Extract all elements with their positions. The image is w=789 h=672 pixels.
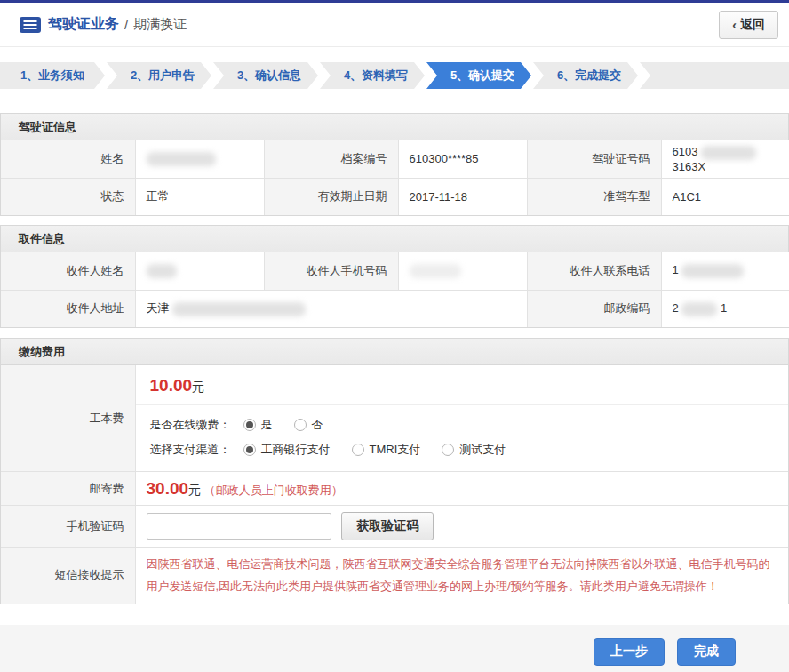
sms-code-input[interactable]	[147, 513, 331, 540]
step-4-fill-data[interactable]: 4、资料填写	[320, 62, 425, 89]
recipient-address-label: 收件人地址	[1, 290, 135, 327]
production-fee-unit: 元	[192, 380, 204, 394]
license-no-label: 驾驶证号码	[527, 140, 661, 178]
page-header: 驾驶证业务 / 期满换证 ‹ 返回	[0, 3, 789, 47]
breadcrumb-divider: /	[124, 17, 128, 32]
fees-section: 缴纳费用 工本费 10.00元 是否在线缴费： 是	[0, 338, 789, 604]
file-no-label: 档案编号	[264, 140, 398, 178]
online-payment-question: 是否在线缴费：	[150, 417, 231, 433]
recipient-name-value	[135, 252, 264, 290]
status-value: 正常	[135, 178, 264, 215]
previous-step-button[interactable]: 上一步	[594, 638, 665, 666]
name-value	[135, 140, 264, 178]
radio-checked-icon[interactable]	[243, 419, 256, 431]
recipient-name-label: 收件人姓名	[1, 252, 135, 290]
license-info-section: 驾驶证信息 姓名 档案编号 610300****85 驾驶证号码 6103 31…	[0, 113, 789, 216]
masked-recipient-address	[172, 302, 306, 316]
sms-notice-cell: 因陕西省联通、电信运营商技术问题，陕西省互联网交通安全综合服务管理平台无法向持陕…	[135, 548, 788, 604]
table-row: 状态 正常 有效期止日期 2017-11-18 准驾车型 A1C1	[1, 178, 789, 215]
finish-button[interactable]: 完成	[677, 638, 736, 666]
fees-section-title: 缴纳费用	[1, 339, 788, 365]
step-1-notice[interactable]: 1、业务须知	[0, 62, 105, 89]
online-payment-option-no[interactable]: 否	[294, 417, 323, 433]
step-3-confirm-info[interactable]: 3、确认信息	[213, 62, 318, 89]
get-code-button[interactable]: 获取验证码	[341, 512, 434, 540]
name-label: 姓名	[1, 140, 135, 178]
payment-channel-option-icbc[interactable]: 工商银行支付	[243, 442, 331, 458]
chevron-left-icon: ‹	[732, 18, 737, 32]
recipient-phone-prefix: 1	[673, 263, 679, 276]
license-no-value: 6103 3163X	[661, 140, 789, 178]
recipient-address-value: 天津	[135, 290, 527, 327]
production-fee-amount: 10.00	[150, 376, 193, 395]
breadcrumb-subtitle: 期满换证	[133, 16, 187, 33]
online-payment-option-yes[interactable]: 是	[243, 417, 273, 433]
option-label: 工商银行支付	[261, 442, 331, 458]
license-info-table: 姓名 档案编号 610300****85 驾驶证号码 6103 3163X 状态…	[1, 140, 789, 215]
postal-code-label: 邮政编码	[527, 290, 661, 327]
recipient-address-prefix: 天津	[147, 301, 170, 315]
masked-name	[147, 152, 216, 166]
expiry-label: 有效期止日期	[264, 178, 398, 215]
production-fee-cell: 10.00元 是否在线缴费： 是 否	[135, 365, 788, 472]
postage-fee-cell: 30.00元 （邮政人员上门收取费用）	[135, 472, 788, 506]
masked-postal-code	[681, 302, 717, 316]
postal-code-suffix: 1	[721, 301, 727, 315]
table-row: 姓名 档案编号 610300****85 驾驶证号码 6103 3163X	[1, 140, 789, 178]
pickup-info-table: 收件人姓名 收件人手机号码 收件人联系电话 1 收件人地址 天津 邮政编码 2 …	[1, 252, 789, 327]
postage-fee-label: 邮寄费	[1, 472, 135, 506]
steps-filler	[640, 62, 789, 89]
recipient-mobile-value	[398, 252, 527, 290]
postage-fee-unit: 元	[188, 483, 201, 497]
postal-code-prefix: 2	[673, 301, 679, 315]
option-label: 否	[312, 417, 323, 433]
vehicle-class-label: 准驾车型	[527, 178, 661, 215]
license-no-prefix: 6103	[673, 145, 698, 158]
option-label: 是	[261, 417, 273, 433]
payment-channel-row: 选择支付渠道： 工商银行支付 TMRI支付 测试支付	[150, 437, 789, 462]
step-5-confirm-submit[interactable]: 5、确认提交	[426, 62, 531, 89]
footer-bar: 上一步 完成	[0, 625, 789, 672]
payment-channel-option-test[interactable]: 测试支付	[442, 442, 506, 458]
online-payment-row: 是否在线缴费： 是 否	[150, 412, 789, 437]
option-label: 测试支付	[459, 442, 506, 458]
table-row: 邮寄费 30.00元 （邮政人员上门收取费用）	[1, 472, 788, 506]
list-icon	[20, 17, 41, 33]
postage-fee-amount: 30.00	[147, 479, 189, 498]
table-row: 手机验证码 获取验证码	[1, 506, 788, 548]
postage-fee-note: （邮政人员上门收取费用）	[204, 484, 343, 497]
payment-channel-option-tmri[interactable]: TMRI支付	[352, 442, 421, 458]
recipient-phone-value: 1	[661, 252, 789, 290]
payment-channel-question: 选择支付渠道：	[150, 442, 231, 458]
radio-checked-icon[interactable]	[243, 444, 256, 456]
option-label: TMRI支付	[370, 442, 421, 458]
status-label: 状态	[1, 178, 135, 215]
back-button-label: 返回	[740, 17, 765, 33]
masked-license-no	[701, 146, 756, 160]
sms-notice-label: 短信接收提示	[1, 548, 135, 604]
radio-unchecked-icon[interactable]	[442, 444, 454, 456]
recipient-mobile-label: 收件人手机号码	[264, 252, 398, 290]
fees-table: 工本费 10.00元 是否在线缴费： 是 否	[1, 365, 788, 604]
table-row: 收件人姓名 收件人手机号码 收件人联系电话 1	[1, 252, 789, 290]
back-button[interactable]: ‹ 返回	[719, 11, 778, 39]
pickup-section-title: 取件信息	[1, 226, 788, 252]
table-row: 短信接收提示 因陕西省联通、电信运营商技术问题，陕西省互联网交通安全综合服务管理…	[1, 548, 788, 604]
expiry-value: 2017-11-18	[398, 178, 527, 215]
masked-recipient-name	[147, 264, 177, 278]
recipient-phone-label: 收件人联系电话	[527, 252, 661, 290]
pickup-info-section: 取件信息 收件人姓名 收件人手机号码 收件人联系电话 1 收件人地址 天津 邮政…	[0, 225, 789, 328]
postal-code-value: 2 1	[661, 290, 789, 327]
sms-code-cell: 获取验证码	[135, 506, 788, 548]
file-no-value: 610300****85	[398, 140, 527, 178]
sms-code-label: 手机验证码	[1, 506, 135, 548]
page-title: 驾驶证业务	[48, 15, 119, 34]
license-no-suffix: 3163X	[673, 160, 706, 173]
license-section-title: 驾驶证信息	[1, 114, 788, 140]
masked-recipient-phone	[681, 264, 744, 278]
radio-unchecked-icon[interactable]	[352, 444, 364, 456]
sms-notice-text: 因陕西省联通、电信运营商技术问题，陕西省互联网交通安全综合服务管理平台无法向持陕…	[147, 548, 789, 604]
step-6-complete[interactable]: 6、完成提交	[533, 62, 638, 89]
step-2-declaration[interactable]: 2、用户申告	[107, 62, 211, 89]
radio-unchecked-icon[interactable]	[294, 419, 307, 431]
